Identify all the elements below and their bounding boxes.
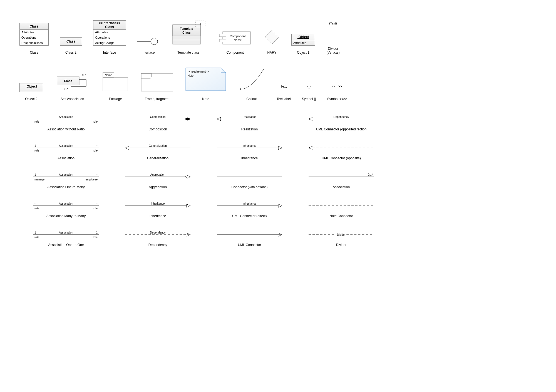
svg-text:0..1: 0..1 <box>82 74 87 77</box>
svg-text:Component: Component <box>230 34 246 38</box>
svg-marker-75 <box>187 204 190 207</box>
palette-generalization[interactable]: GeneralizationGeneralization <box>125 142 190 160</box>
caption: UML Connector (oppositedirection <box>316 127 367 131</box>
class-attr: Attributes <box>20 30 48 35</box>
svg-text:role: role <box>93 236 98 239</box>
conn-options-icon <box>217 171 282 182</box>
caption: Class 2 <box>65 51 76 54</box>
uml-conn-icon <box>217 229 282 240</box>
svg-text:1: 1 <box>34 173 36 176</box>
caption: Dependency <box>148 243 167 247</box>
palette-inheritance[interactable]: InheritanceInheritance <box>217 142 282 160</box>
palette-package[interactable]: Name Package <box>101 71 129 101</box>
svg-text:*: * <box>96 173 98 176</box>
palette-association2[interactable]: 0...*Association <box>309 171 374 189</box>
svg-text:Association: Association <box>59 173 73 176</box>
callout-icon <box>238 67 265 92</box>
palette-template[interactable]: T Template Class Template class <box>170 19 207 54</box>
object1-attr: Attributes <box>292 40 315 45</box>
caption: Package <box>109 97 122 101</box>
svg-rect-11 <box>219 39 226 42</box>
svg-text:Composition: Composition <box>150 115 166 118</box>
palette-component[interactable]: Component Name Component <box>218 30 252 54</box>
palette-divider-v[interactable]: {Text} Divider (Vertical) <box>326 8 340 54</box>
note-conn-icon <box>309 200 374 211</box>
palette-self-assoc[interactable]: Class 0..1 0..* Self Association <box>54 70 90 101</box>
palette-note[interactable]: <<requirement>> Note Note <box>185 67 227 101</box>
svg-text:*: * <box>34 202 36 205</box>
palette-uml-opp-dep[interactable]: DependencyUML Connector (oppositedirecti… <box>309 113 374 131</box>
svg-text:Dependency: Dependency <box>333 115 349 118</box>
palette-nary[interactable]: NARY <box>264 29 280 54</box>
caption: UML Connector (direct) <box>232 214 267 218</box>
svg-text:role: role <box>34 236 39 239</box>
caption: Component <box>226 51 244 54</box>
class-op: Operations <box>20 35 48 40</box>
interface-attr: Attributes <box>93 30 126 35</box>
palette-conn-options[interactable]: Connector (with options) <box>217 171 282 189</box>
palette-assoc-many-many[interactable]: Association**roleroleAssociation Many-to… <box>33 200 99 218</box>
svg-text:Class: Class <box>182 31 190 34</box>
palette-uml-conn[interactable]: UML Connector <box>217 229 282 247</box>
palette-realization[interactable]: RealizationRealization <box>217 113 282 131</box>
caption: Inheritance <box>241 156 258 160</box>
palette-object2[interactable]: :Object Object 2 <box>19 83 43 101</box>
svg-marker-50 <box>125 146 129 150</box>
svg-text:Note: Note <box>188 74 194 77</box>
object2-title: :Object <box>20 83 43 90</box>
caption: Association <box>333 185 350 189</box>
caption: Inheritance <box>150 214 166 218</box>
palette-interface[interactable]: <<interface>> Class Attributes Operation… <box>93 20 126 54</box>
note-icon: <<requirement>> Note <box>185 67 227 92</box>
frame-icon <box>140 73 174 92</box>
palette-text-label[interactable]: Text Text label <box>277 81 291 101</box>
svg-marker-78 <box>278 204 282 207</box>
caption: Object 2 <box>25 97 38 101</box>
palette-object1[interactable]: :Object Attributes Object 1 <box>291 34 315 54</box>
palette-frame[interactable]: Frame, fragment <box>140 73 174 101</box>
palette-inheritance2[interactable]: InheritanceInheritance <box>125 200 190 218</box>
palette-uml-opposite[interactable]: UML Connector (opposite) <box>309 142 374 160</box>
palette-callout[interactable]: Callout <box>238 67 265 101</box>
brace-sample: { } <box>307 81 311 92</box>
palette-uml-direct[interactable]: InheritanceUML Connector (direct) <box>217 200 282 218</box>
divider-v-icon: {Text} <box>326 8 340 42</box>
svg-text:Template: Template <box>180 27 193 30</box>
svg-text:Association: Association <box>59 115 73 118</box>
palette-assoc-1-1[interactable]: Association11roleroleAssociation One-to-… <box>33 229 99 247</box>
palette-divider-h[interactable]: Divider Divider <box>309 229 374 247</box>
class2-title: Class <box>60 37 82 46</box>
palette-assoc-no-ratio[interactable]: AssociationroleroleAssociation without R… <box>33 113 99 131</box>
generalization-icon: Generalization <box>125 142 190 153</box>
svg-text:Association: Association <box>59 231 73 234</box>
svg-text:T: T <box>200 23 201 26</box>
palette-association[interactable]: Association1*roleroleAssociation <box>33 142 99 160</box>
caption: Composition <box>148 127 167 131</box>
svg-text:Divider: Divider <box>337 233 346 236</box>
palette-composition[interactable]: CompositionComposition <box>125 113 190 131</box>
interface-act: Acting/Charge <box>93 40 126 45</box>
palette-aggregation[interactable]: AggregationAggregation <box>125 171 190 189</box>
assoc-no-ratio-icon: Associationrolerole <box>33 113 99 124</box>
caption: Class <box>30 51 38 54</box>
palette-assoc-1-many[interactable]: Association1*manageremployeeAssociation … <box>33 171 99 189</box>
caption: Self Association <box>61 97 84 101</box>
svg-text:role: role <box>93 207 98 210</box>
svg-text:role: role <box>34 207 39 210</box>
svg-text:role: role <box>93 149 98 152</box>
palette-class2[interactable]: Class Class 2 <box>60 37 82 54</box>
palette-dependency[interactable]: DependencyDependency <box>125 229 190 247</box>
caption: UML Connector <box>238 243 261 247</box>
palette-note-conn[interactable]: Note Connector <box>309 200 374 218</box>
palette-symbol-angle[interactable]: << >> Symbol <<>> <box>327 81 347 101</box>
caption: Template class <box>177 51 199 54</box>
caption: Association without Ratio <box>47 127 85 131</box>
svg-text:Dependency: Dependency <box>150 231 165 234</box>
class-title: Class <box>20 23 48 30</box>
palette-interface-lollipop[interactable]: Interface <box>137 37 159 54</box>
caption: Generalization <box>147 156 168 160</box>
caption: Callout <box>246 97 257 101</box>
palette-class[interactable]: Class Attributes Operations Responsibili… <box>19 23 49 54</box>
palette-symbol-brace[interactable]: { } Symbol {} <box>302 81 316 101</box>
svg-marker-63 <box>185 175 190 178</box>
